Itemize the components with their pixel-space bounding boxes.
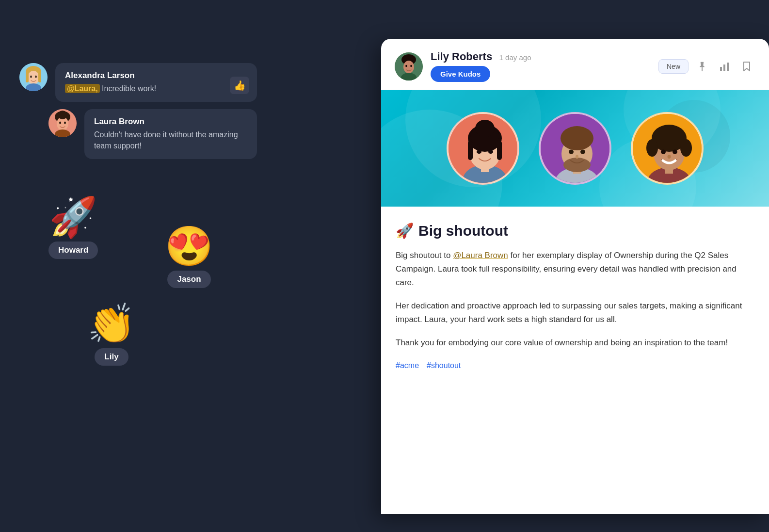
message-text-laura: Couldn't have done it without the amazin… — [94, 129, 247, 151]
thumbs-up-button[interactable]: 👍 — [230, 77, 249, 94]
sender-name-laura: Laura Brown — [94, 117, 247, 127]
left-panel: Alexandra Larson @Laura, Incredible work… — [0, 0, 276, 532]
svg-point-31 — [475, 120, 495, 137]
svg-point-12 — [59, 122, 61, 124]
poster-name-row: Lily Roberts 1 day ago — [431, 50, 651, 63]
hero-section — [381, 90, 769, 207]
lily-label: Lily — [95, 348, 128, 366]
mention-laura-brown: @Laura Brown — [453, 251, 508, 260]
hero-person-1 — [447, 112, 519, 185]
post-title: 🚀 Big shoutout — [396, 222, 754, 239]
post-body-3: Thank you for embodying our core value o… — [396, 336, 754, 350]
message-bubble-alexandra: Alexandra Larson @Laura, Incredible work… — [55, 63, 257, 102]
svg-point-11 — [58, 111, 67, 119]
message-bubble-laura: Laura Brown Couldn't have done it withou… — [84, 109, 257, 159]
chat-message-laura: Laura Brown Couldn't have done it withou… — [48, 109, 257, 159]
emoji-person-jason: 😍 Jason — [165, 227, 213, 288]
message-rest: Incredible work! — [102, 84, 156, 93]
svg-rect-22 — [720, 67, 722, 71]
svg-point-54 — [668, 155, 671, 159]
svg-point-43 — [580, 150, 585, 154]
header-actions: New — [658, 58, 755, 75]
svg-point-42 — [569, 150, 574, 154]
hero-person-3 — [631, 112, 704, 185]
emoji-person-howard: 🚀 Howard — [48, 198, 98, 259]
title-emoji: 🚀 — [396, 222, 414, 239]
lily-roberts-avatar-svg — [395, 52, 423, 81]
svg-point-5 — [30, 76, 32, 78]
rocket-emoji: 🚀 — [49, 198, 97, 237]
howard-label: Howard — [48, 242, 98, 259]
post-time: 1 day ago — [499, 53, 531, 62]
heart-eyes-emoji: 😍 — [165, 227, 213, 266]
svg-point-53 — [673, 150, 677, 154]
emoji-person-lily: 👏 Lily — [87, 305, 136, 366]
avatar-alexandra — [19, 63, 48, 91]
body-1-before: Big shoutout to — [396, 251, 453, 260]
sender-name-alexandra: Alexandra Larson — [65, 71, 247, 81]
bookmark-icon[interactable] — [738, 58, 755, 75]
hero-person-2 — [539, 112, 611, 185]
title-text: Big shoutout — [418, 223, 508, 239]
avatar-alexandra-svg — [19, 63, 48, 91]
emoji-reactions-area: 🚀 Howard 😍 Jason 👏 Lily — [19, 198, 257, 382]
hashtag-shoutout[interactable]: #shoutout — [427, 361, 461, 370]
svg-rect-4 — [38, 73, 41, 82]
poster-info: Lily Roberts 1 day ago Give Kudos — [431, 50, 651, 82]
svg-rect-3 — [26, 73, 29, 82]
svg-point-19 — [410, 64, 412, 66]
chat-message-alexandra: Alexandra Larson @Laura, Incredible work… — [19, 63, 257, 102]
avatar-laura — [48, 109, 77, 137]
svg-point-17 — [403, 61, 414, 73]
hashtags-row: #acme #shoutout — [396, 361, 754, 370]
avatar-laura-svg — [48, 109, 77, 137]
post-body-2: Her dedication and proactive approach le… — [396, 299, 754, 326]
svg-point-35 — [488, 150, 493, 154]
svg-point-50 — [646, 139, 658, 157]
new-badge: New — [658, 59, 689, 74]
jason-label: Jason — [167, 271, 210, 288]
svg-point-34 — [477, 150, 481, 154]
message-text-alexandra: @Laura, Incredible work! — [65, 83, 247, 94]
pin-icon[interactable] — [693, 58, 711, 75]
poster-avatar — [395, 52, 423, 81]
svg-rect-33 — [497, 141, 502, 160]
chart-icon[interactable] — [716, 58, 733, 75]
svg-point-51 — [680, 139, 692, 157]
card-header: Lily Roberts 1 day ago Give Kudos New — [381, 39, 769, 90]
svg-point-2 — [28, 71, 39, 84]
svg-rect-32 — [468, 141, 473, 160]
card-content: 🚀 Big shoutout Big shoutout to @Laura Br… — [381, 207, 769, 386]
mention-laura: @Laura, — [65, 84, 100, 93]
svg-point-6 — [35, 76, 37, 78]
chat-container: Alexandra Larson @Laura, Incredible work… — [19, 63, 257, 169]
hashtag-acme[interactable]: #acme — [396, 361, 419, 370]
give-kudos-button[interactable]: Give Kudos — [431, 66, 490, 82]
svg-rect-24 — [727, 63, 729, 71]
svg-point-40 — [563, 158, 591, 172]
right-panel-card: Lily Roberts 1 day ago Give Kudos New — [381, 39, 769, 514]
post-body-1: Big shoutout to @Laura Brown for her exe… — [396, 249, 754, 290]
svg-point-44 — [576, 155, 578, 159]
clap-emoji: 👏 — [87, 305, 136, 343]
svg-point-52 — [661, 150, 666, 154]
poster-name: Lily Roberts — [431, 50, 492, 63]
svg-point-18 — [405, 64, 407, 66]
svg-point-41 — [561, 126, 593, 150]
svg-point-13 — [64, 122, 66, 124]
svg-rect-23 — [723, 64, 725, 71]
